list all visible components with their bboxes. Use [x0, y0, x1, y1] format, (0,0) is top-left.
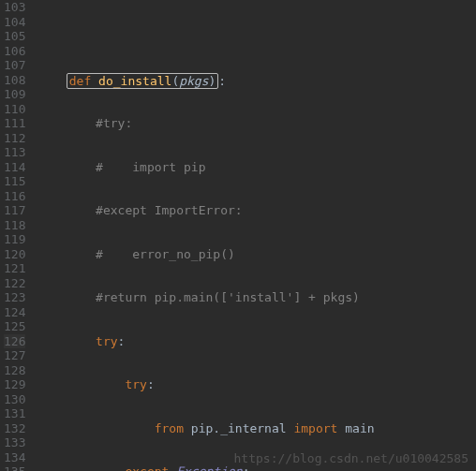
- line-number: 112: [4, 131, 25, 146]
- line-number: 114: [4, 160, 25, 175]
- line-number: 116: [4, 189, 25, 204]
- line-number: 111: [4, 116, 25, 131]
- line-number: 132: [4, 421, 25, 436]
- line-number: 130: [4, 392, 25, 407]
- code-line: from pip._internal import main: [37, 421, 476, 436]
- code-line: # error_no_pip(): [37, 247, 476, 262]
- line-number: 103: [4, 0, 25, 15]
- code-line: except Exception:: [37, 464, 476, 471]
- code-line: #except ImportError:: [37, 203, 476, 218]
- line-number: 124: [4, 305, 25, 320]
- code-line: try:: [37, 334, 476, 349]
- code-line: #try:: [37, 116, 476, 131]
- line-number: 122: [4, 276, 25, 291]
- line-number: 126: [4, 334, 25, 349]
- code-line: #return pip.main(['install'] + pkgs): [37, 290, 476, 305]
- line-number: 107: [4, 58, 25, 73]
- line-number: 128: [4, 363, 25, 378]
- line-number: 120: [4, 247, 25, 262]
- code-line: # import pip: [37, 160, 476, 175]
- line-number: 121: [4, 261, 25, 276]
- line-number: 127: [4, 348, 25, 363]
- code-editor[interactable]: 1031041051061071081091101111121131141151…: [0, 0, 476, 471]
- line-number: 105: [4, 29, 25, 44]
- line-number: 110: [4, 102, 25, 117]
- line-number: 108: [4, 73, 25, 88]
- line-number: 109: [4, 87, 25, 102]
- line-number: 129: [4, 377, 25, 392]
- line-number: 117: [4, 203, 25, 218]
- code-line: [37, 29, 476, 44]
- line-number-gutter: 1031041051061071081091101111121131141151…: [0, 0, 37, 471]
- line-number: 134: [4, 450, 25, 465]
- line-number: 113: [4, 145, 25, 160]
- line-number: 135: [4, 464, 25, 471]
- code-area[interactable]: def do_install(pkgs): #try: # import pip…: [37, 0, 476, 471]
- line-number: 123: [4, 290, 25, 305]
- line-number: 115: [4, 174, 25, 189]
- line-number: 106: [4, 44, 25, 59]
- line-number: 125: [4, 319, 25, 334]
- line-number: 133: [4, 435, 25, 450]
- line-number: 119: [4, 232, 25, 247]
- line-number: 104: [4, 15, 25, 30]
- code-line: def do_install(pkgs):: [37, 73, 476, 88]
- line-number: 131: [4, 406, 25, 421]
- line-number: 118: [4, 218, 25, 233]
- code-line: try:: [37, 377, 476, 392]
